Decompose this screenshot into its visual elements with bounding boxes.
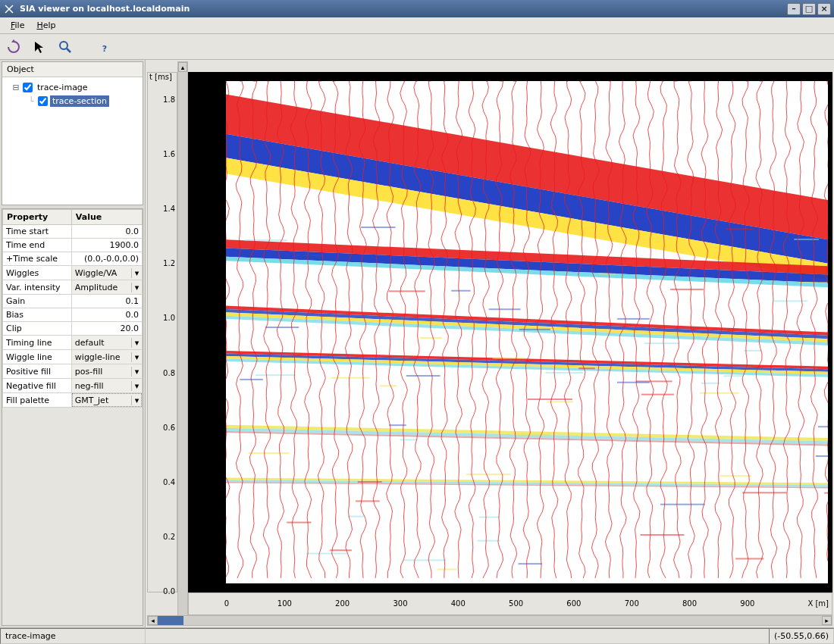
property-table: Property Value Time start0.0Time end1900… <box>2 209 143 408</box>
maximize-button[interactable]: □ <box>802 3 816 15</box>
svg-rect-79 <box>641 394 674 395</box>
horizontal-scrollbar[interactable]: ◂ ▸ <box>147 615 832 626</box>
property-value[interactable]: wiggle-line▾ <box>71 350 142 364</box>
tree-checkbox[interactable] <box>23 83 33 92</box>
y-axis-label: t [ms] <box>149 73 172 81</box>
property-value[interactable]: 0.1 <box>71 295 142 308</box>
dropdown-value: wiggle-line <box>72 352 131 362</box>
vertical-scrollbar[interactable]: ▴ ▾ <box>177 61 188 626</box>
svg-rect-52 <box>816 455 828 457</box>
scroll-up-icon[interactable]: ▴ <box>178 62 187 72</box>
y-tick: 0.8 <box>149 369 175 377</box>
svg-rect-26 <box>244 239 287 241</box>
property-row: Negative fillneg-fill▾ <box>3 379 143 393</box>
rotate-icon[interactable] <box>5 38 23 56</box>
property-value[interactable]: default▾ <box>71 336 142 350</box>
chevron-down-icon[interactable]: ▾ <box>131 268 142 278</box>
chevron-down-icon[interactable]: ▾ <box>131 338 142 348</box>
y-tick: 1.8 <box>149 95 175 104</box>
svg-rect-61 <box>466 474 510 475</box>
window-titlebar: SIA viewer on localhost.localdomain – □ … <box>0 0 834 17</box>
object-tree[interactable]: ⊟ trace-image └ trace-section <box>2 77 143 205</box>
svg-rect-67 <box>358 481 382 483</box>
tree-item-trace-image[interactable]: ⊟ trace-image <box>5 80 140 94</box>
scroll-track[interactable] <box>158 616 822 625</box>
svg-rect-38 <box>478 540 500 542</box>
status-object: trace-image <box>0 628 146 644</box>
scroll-thumb[interactable] <box>158 616 183 625</box>
svg-rect-77 <box>437 568 456 570</box>
dropdown-value: pos-fill <box>72 367 131 377</box>
chevron-down-icon[interactable]: ▾ <box>131 283 142 292</box>
svg-rect-36 <box>617 382 650 383</box>
property-value[interactable]: neg-fill▾ <box>71 379 142 393</box>
x-tick: 900 <box>740 599 754 608</box>
help-icon[interactable]: ? <box>96 38 114 56</box>
toolbar: ? <box>0 34 834 60</box>
dropdown-value: default <box>72 338 131 348</box>
chevron-down-icon[interactable]: ▾ <box>131 352 142 362</box>
pointer-icon[interactable] <box>30 38 49 56</box>
property-value[interactable]: 20.0 <box>71 322 142 336</box>
svg-rect-65 <box>516 434 551 436</box>
close-button[interactable]: × <box>817 3 831 15</box>
scroll-left-icon[interactable]: ◂ <box>148 616 158 625</box>
x-tick: 100 <box>277 599 292 608</box>
svg-rect-78 <box>723 375 743 377</box>
svg-rect-55 <box>670 289 704 290</box>
window-title: SIA viewer on localhost.localdomain <box>20 4 785 14</box>
svg-rect-41 <box>600 274 616 275</box>
object-tree-panel: Object ⊟ trace-image └ trace-section <box>2 61 143 205</box>
zoom-icon[interactable] <box>56 38 74 56</box>
svg-rect-45 <box>700 392 738 394</box>
svg-marker-13 <box>226 312 828 342</box>
chevron-down-icon[interactable]: ▾ <box>131 367 142 377</box>
status-bar: trace-image (-50.55,0.66) <box>0 627 834 644</box>
menu-bar: File Help <box>0 17 834 34</box>
app-icon <box>3 3 15 15</box>
property-name: Gain <box>3 295 72 308</box>
svg-text:?: ? <box>102 44 107 54</box>
minimize-button[interactable]: – <box>787 3 801 15</box>
property-row: Bias0.0 <box>3 308 143 322</box>
property-value[interactable]: (0.0,-0.0,0.0) <box>71 252 142 266</box>
x-tick: 800 <box>682 599 697 608</box>
property-name: Negative fill <box>3 379 72 393</box>
property-name: Positive fill <box>3 364 72 379</box>
x-tick: 300 <box>393 599 407 608</box>
y-tick: 0.6 <box>149 424 175 432</box>
scroll-track[interactable] <box>178 72 187 615</box>
property-value[interactable]: Wiggle/VA▾ <box>71 266 142 280</box>
x-tick: 700 <box>625 599 639 608</box>
seismic-canvas[interactable] <box>188 72 832 592</box>
svg-rect-47 <box>356 500 380 502</box>
svg-rect-40 <box>293 255 324 256</box>
menu-help[interactable]: Help <box>30 19 61 32</box>
x-tick: 0 <box>224 599 229 608</box>
svg-rect-69 <box>380 385 397 386</box>
scroll-right-icon[interactable]: ▸ <box>822 616 832 625</box>
property-value[interactable]: 0.0 <box>71 225 142 239</box>
property-value[interactable]: Amplitude▾ <box>71 280 142 295</box>
svg-rect-49 <box>493 358 525 359</box>
tree-item-trace-section[interactable]: └ trace-section <box>5 94 140 108</box>
tree-checkbox[interactable] <box>38 96 48 106</box>
x-tick: 600 <box>566 599 581 608</box>
svg-rect-34 <box>400 439 418 440</box>
tree-expand-icon[interactable]: ⊟ <box>11 83 20 92</box>
left-pane: Object ⊟ trace-image └ trace-section Pro… <box>0 60 146 627</box>
x-axis: 0100200300400500600700800900 X [m] <box>188 592 832 615</box>
property-value[interactable]: GMT_jet▾ <box>71 393 142 408</box>
svg-rect-70 <box>701 383 720 384</box>
svg-rect-51 <box>641 534 685 536</box>
menu-file[interactable]: File <box>5 19 30 32</box>
dropdown-value: Wiggle/VA <box>72 268 131 278</box>
chevron-down-icon[interactable]: ▾ <box>131 395 142 405</box>
property-value[interactable]: pos-fill▾ <box>71 364 142 379</box>
chevron-down-icon[interactable]: ▾ <box>131 381 142 391</box>
property-value[interactable]: 1900.0 <box>71 239 142 252</box>
svg-rect-62 <box>545 372 583 374</box>
property-row: Clip20.0 <box>3 322 143 336</box>
property-value[interactable]: 0.0 <box>71 308 142 322</box>
property-name: Time end <box>3 239 72 252</box>
